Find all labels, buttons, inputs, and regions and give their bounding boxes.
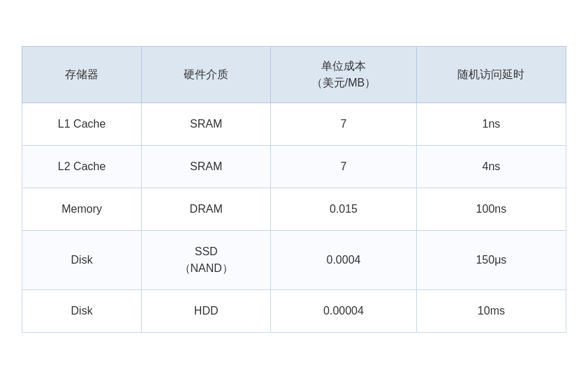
table-header-row: 存储器 硬件介质 单位成本（美元/MB） 随机访问延时 [22,46,566,103]
table-row: Disk SSD（NAND） 0.0004 150μs [22,230,566,289]
cell-medium: DRAM [142,188,271,230]
cell-storage: Disk [22,289,142,332]
cell-latency: 100ns [416,188,566,230]
table-row: L2 Cache SRAM 7 4ns [22,145,566,188]
header-latency: 随机访问延时 [416,46,566,103]
cell-storage: Disk [22,230,142,289]
storage-table: 存储器 硬件介质 单位成本（美元/MB） 随机访问延时 L1 Cache SRA… [22,46,566,333]
header-medium: 硬件介质 [142,46,271,103]
cell-latency: 1ns [416,103,566,145]
header-cost: 单位成本（美元/MB） [271,46,417,103]
cell-medium: SRAM [142,145,271,188]
table-row: L1 Cache SRAM 7 1ns [22,103,566,145]
cell-latency: 4ns [416,145,566,188]
cell-latency: 150μs [416,230,566,289]
cell-latency: 10ms [416,289,566,332]
cell-medium: HDD [142,289,271,332]
cell-storage: L1 Cache [22,103,142,145]
table-row: Memory DRAM 0.015 100ns [22,188,566,230]
cell-medium: SRAM [142,103,271,145]
cell-medium: SSD（NAND） [142,230,271,289]
header-storage: 存储器 [22,46,142,103]
main-table-container: 存储器 硬件介质 单位成本（美元/MB） 随机访问延时 L1 Cache SRA… [22,46,566,333]
table-row: Disk HDD 0.00004 10ms [22,289,566,332]
cell-cost: 7 [271,103,417,145]
cell-storage: Memory [22,188,142,230]
cell-cost: 0.0004 [271,230,417,289]
cell-storage: L2 Cache [22,145,142,188]
cell-cost: 7 [271,145,417,188]
cell-cost: 0.015 [271,188,417,230]
cell-cost: 0.00004 [271,289,417,332]
